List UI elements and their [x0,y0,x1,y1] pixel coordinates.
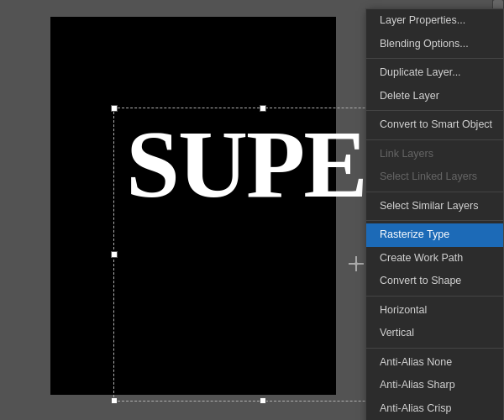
move-cursor-icon [349,256,364,271]
menu-item-rasterize-type[interactable]: Rasterize Type [366,223,503,247]
menu-item-duplicate-layer[interactable]: Duplicate Layer... [366,61,503,85]
menu-divider [366,58,503,59]
menu-item-select-similar-layers[interactable]: Select Similar Layers [366,195,503,218]
menu-divider [366,139,503,140]
menu-item-horizontal[interactable]: Horizontal [366,299,503,323]
menu-item-vertical[interactable]: Vertical [366,322,503,345]
menu-item-create-work-path[interactable]: Create Work Path [366,247,503,270]
menu-item-select-linked-layers: Select Linked Layers [366,165,503,189]
handle-bottom-middle[interactable] [260,397,266,404]
handle-middle-left[interactable] [111,251,118,258]
crosshair-dot [354,262,358,265]
menu-item-delete-layer[interactable]: Delete Layer [366,85,503,108]
handle-bottom-left[interactable] [111,397,118,404]
canvas-black: SUPER [50,17,336,395]
menu-item-convert-to-shape[interactable]: Convert to Shape [366,270,503,293]
menu-item-anti-alias-none[interactable]: Anti-Alias None [366,351,503,375]
menu-item-convert-smart-object[interactable]: Convert to Smart Object [366,113,503,137]
menu-divider [366,110,503,111]
menu-divider [366,220,503,221]
menu-item-link-layers: Link Layers [366,143,503,166]
menu-divider [366,348,503,349]
menu-item-anti-alias-crisp[interactable]: Anti-Alias Crisp [366,397,503,421]
canvas-area: SUPER [0,0,361,420]
menu-item-layer-properties[interactable]: Layer Properties... [366,9,503,33]
menu-divider [366,296,503,297]
context-menu: Layer Properties...Blending Options...Du… [365,8,504,420]
menu-item-blending-options[interactable]: Blending Options... [366,33,503,56]
menu-divider [366,192,503,192]
handle-top-left[interactable] [111,105,118,112]
menu-item-anti-alias-sharp[interactable]: Anti-Alias Sharp [366,374,503,397]
